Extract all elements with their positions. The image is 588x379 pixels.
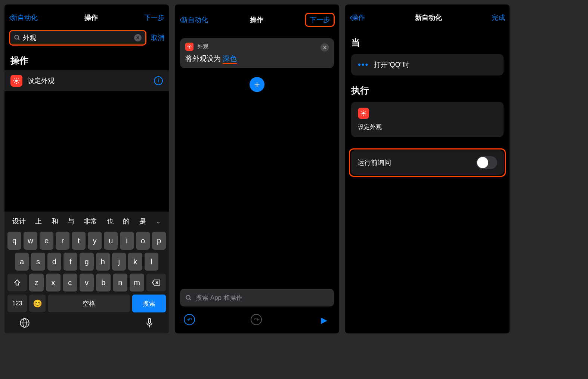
search-input[interactable]: 外观 ✕ bbox=[9, 30, 146, 46]
key-h[interactable]: h bbox=[96, 253, 110, 271]
clear-icon[interactable]: ✕ bbox=[134, 34, 142, 41]
key-q[interactable]: q bbox=[7, 232, 21, 250]
key-shift[interactable] bbox=[7, 274, 27, 292]
when-section: 当 ••• 打开"QQ"时 bbox=[345, 28, 510, 76]
key-r[interactable]: r bbox=[56, 232, 69, 250]
key-n[interactable]: n bbox=[113, 274, 127, 292]
suggestion[interactable]: 和 bbox=[52, 217, 58, 226]
svg-line-34 bbox=[362, 111, 362, 112]
keyboard-row-4: 123 😊 空格 搜索 bbox=[6, 293, 167, 314]
suggestion[interactable]: 的 bbox=[123, 217, 130, 226]
key-t[interactable]: t bbox=[72, 232, 86, 250]
do-action-row[interactable]: 设定外观 bbox=[351, 102, 504, 137]
action-card[interactable]: 外观 ✕ 将外观设为 深色 bbox=[180, 38, 334, 68]
mic-icon[interactable] bbox=[145, 318, 154, 328]
appearance-icon bbox=[185, 43, 194, 51]
nav-title: 操作 bbox=[84, 13, 98, 22]
key-y[interactable]: y bbox=[88, 232, 102, 250]
keyboard: 设计 上 和 与 非常 也 的 是 ⌄ q w e r t y u i o p … bbox=[4, 212, 169, 333]
key-l[interactable]: l bbox=[145, 253, 158, 271]
nav-back-button[interactable]: ‹ 新自动化 bbox=[9, 13, 38, 22]
svg-point-27 bbox=[186, 295, 190, 299]
ask-before-running-toggle[interactable] bbox=[476, 156, 497, 169]
key-o[interactable]: o bbox=[136, 232, 150, 250]
when-header: 当 bbox=[351, 28, 504, 54]
key-u[interactable]: u bbox=[104, 232, 118, 250]
globe-icon[interactable] bbox=[19, 318, 30, 328]
key-g[interactable]: g bbox=[80, 253, 93, 271]
suggestion[interactable]: 是 bbox=[139, 217, 146, 226]
key-j[interactable]: j bbox=[112, 253, 126, 271]
svg-line-23 bbox=[188, 45, 188, 46]
nav-done-button[interactable]: 完成 bbox=[492, 13, 505, 22]
key-a[interactable]: a bbox=[15, 253, 29, 271]
key-c[interactable]: c bbox=[63, 274, 77, 292]
nav-next-button[interactable]: 下一步 bbox=[144, 13, 164, 22]
svg-point-29 bbox=[362, 112, 365, 114]
svg-line-28 bbox=[189, 299, 191, 300]
suggestion[interactable]: 非常 bbox=[84, 217, 97, 226]
when-trigger-row[interactable]: ••• 打开"QQ"时 bbox=[351, 54, 504, 76]
add-action-button[interactable]: + bbox=[250, 77, 264, 92]
key-space[interactable]: 空格 bbox=[48, 295, 130, 312]
action-row-set-appearance[interactable]: 设定外观 i bbox=[4, 70, 169, 91]
search-icon bbox=[14, 34, 21, 41]
key-p[interactable]: p bbox=[152, 232, 166, 250]
nav-back-button[interactable]: ‹ 新自动化 bbox=[179, 15, 208, 25]
action-body-text: 将外观设为 bbox=[185, 55, 223, 62]
suggestion[interactable]: 设计 bbox=[12, 217, 26, 226]
key-e[interactable]: e bbox=[40, 232, 53, 250]
search-row: 外观 ✕ 取消 bbox=[4, 28, 169, 49]
key-k[interactable]: k bbox=[128, 253, 142, 271]
key-emoji[interactable]: 😊 bbox=[29, 295, 46, 312]
appearance-icon bbox=[10, 75, 22, 87]
key-f[interactable]: f bbox=[64, 253, 77, 271]
key-z[interactable]: z bbox=[29, 274, 44, 292]
nav-bar: ‹ 新自动化 操作 下一步 bbox=[4, 4, 169, 28]
action-card-header: 外观 bbox=[185, 43, 329, 51]
action-label: 设定外观 bbox=[28, 76, 149, 85]
svg-line-24 bbox=[191, 48, 191, 48]
screen-3-automation-summary: ‹ 操作 新自动化 完成 当 ••• 打开"QQ"时 执行 设定外观 运行前询问 bbox=[345, 4, 510, 333]
key-i[interactable]: i bbox=[120, 232, 134, 250]
keyboard-bottom-row bbox=[6, 314, 167, 330]
key-numbers[interactable]: 123 bbox=[7, 295, 27, 312]
action-card-title: 外观 bbox=[197, 43, 208, 50]
key-m[interactable]: m bbox=[130, 274, 144, 292]
play-icon[interactable]: ▶ bbox=[318, 314, 330, 327]
search-cancel-button[interactable]: 取消 bbox=[151, 33, 164, 42]
ask-before-running-highlight: 运行前询问 bbox=[349, 148, 506, 177]
key-v[interactable]: v bbox=[80, 274, 94, 292]
key-b[interactable]: b bbox=[96, 274, 111, 292]
svg-line-35 bbox=[365, 115, 366, 115]
svg-line-36 bbox=[362, 115, 362, 115]
nav-back-button[interactable]: ‹ 操作 bbox=[350, 13, 365, 22]
suggestion[interactable]: 与 bbox=[68, 217, 74, 226]
info-icon[interactable]: i bbox=[154, 76, 163, 85]
suggestion[interactable]: 上 bbox=[35, 217, 42, 226]
suggestion-bar: 设计 上 和 与 非常 也 的 是 ⌄ bbox=[6, 214, 167, 230]
key-d[interactable]: d bbox=[47, 253, 61, 271]
key-s[interactable]: s bbox=[31, 253, 45, 271]
close-icon[interactable]: ✕ bbox=[321, 43, 329, 52]
svg-point-0 bbox=[15, 35, 19, 39]
key-search[interactable]: 搜索 bbox=[132, 295, 166, 312]
screen-1-actions-search: ‹ 新自动化 操作 下一步 外观 ✕ 取消 操作 设定外观 i 设计 上 和 与… bbox=[4, 4, 169, 333]
key-delete[interactable] bbox=[146, 274, 166, 292]
svg-point-18 bbox=[189, 46, 191, 48]
svg-point-2 bbox=[15, 80, 18, 82]
suggestion[interactable]: 也 bbox=[107, 217, 114, 226]
appearance-icon bbox=[358, 108, 369, 119]
section-header: 操作 bbox=[4, 49, 169, 70]
chevron-down-icon[interactable]: ⌄ bbox=[155, 217, 161, 225]
svg-line-1 bbox=[18, 38, 19, 40]
redo-icon: ↷ bbox=[251, 314, 262, 325]
ask-before-running-label: 运行前询问 bbox=[358, 158, 391, 167]
action-parameter[interactable]: 深色 bbox=[223, 55, 237, 64]
undo-icon[interactable]: ↶ bbox=[184, 314, 195, 325]
key-w[interactable]: w bbox=[24, 232, 37, 250]
search-actions-input[interactable]: 搜索 App 和操作 bbox=[180, 289, 334, 306]
key-x[interactable]: x bbox=[46, 274, 61, 292]
svg-line-9 bbox=[14, 82, 15, 83]
nav-next-button[interactable]: 下一步 bbox=[305, 13, 335, 27]
